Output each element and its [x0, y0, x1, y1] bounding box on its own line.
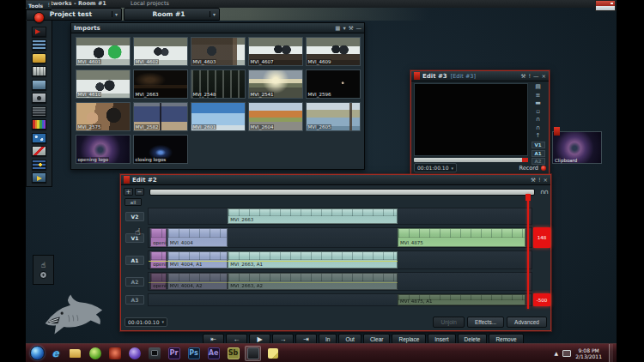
taskbar-clock[interactable]: 9:08 PM 2/13/2011 [575, 347, 605, 359]
taskbar-app-lightworks[interactable] [245, 346, 261, 361]
pin-icon[interactable]: ! [538, 177, 541, 184]
timeline-clip[interactable]: MVI_4004, A2 [167, 273, 228, 290]
taskbar-app-internet-explorer[interactable]: e [47, 346, 64, 361]
import-thumbnail[interactable]: MVI_2604 [248, 102, 303, 131]
tool-camera-icon[interactable] [32, 93, 46, 103]
import-thumbnail[interactable]: MVI_4602 [133, 37, 188, 66]
imports-header[interactable]: Imports ▦ ▾ ⚒ — [71, 23, 364, 33]
timeline-clip[interactable]: MVI_2663, A1 [228, 251, 398, 268]
timeline-all-button[interactable]: all [125, 198, 142, 206]
timeline-scrollbar[interactable] [149, 189, 535, 196]
import-thumbnail[interactable]: MVI_2575 [76, 102, 131, 131]
unjoin-button[interactable]: Unjoin [433, 317, 464, 328]
tool-layout-icon[interactable] [32, 133, 46, 143]
tab-room-1[interactable]: Room #1 ▾ [124, 8, 220, 21]
chevron-down-icon[interactable]: ▾ [162, 319, 165, 324]
timeline-clip[interactable]: opening [150, 273, 167, 290]
taskbar-app-app-red[interactable] [106, 346, 123, 361]
tool-scopes-icon[interactable] [32, 119, 46, 130]
track-label-a1[interactable]: A1 [122, 250, 148, 269]
close-icon[interactable]: × [542, 73, 546, 80]
hand-tool-box[interactable]: ☝ [33, 255, 54, 285]
track-label-a2[interactable]: A2 [122, 272, 148, 291]
folder-icon[interactable]: ▤ [535, 83, 541, 92]
taskbar-app-photoshop[interactable]: Ps [185, 346, 202, 361]
share-icon[interactable]: ↑ [536, 132, 541, 141]
import-thumbnail[interactable]: MVI_2605 [306, 102, 361, 131]
playhead-marker[interactable] [526, 194, 531, 201]
edit3-viewer[interactable] [414, 83, 528, 156]
timeline-clip[interactable]: MVI_2663 [228, 208, 398, 224]
monitor-small-icon[interactable]: ▫ [536, 108, 540, 117]
tray-up-icon[interactable]: ▲ [555, 350, 559, 356]
track-lanes[interactable]: openingMVI_4004, A1MVI_2663, A1 [148, 250, 532, 269]
minimize-icon[interactable]: — [533, 73, 539, 80]
edit3-track-a1[interactable]: A1 [532, 150, 545, 157]
tool-export-icon[interactable] [32, 172, 46, 183]
track-label-a3[interactable]: A3 [122, 293, 148, 306]
screen-recorder-widget[interactable] [595, 0, 616, 11]
chevron-down-icon[interactable]: ▾ [452, 166, 454, 171]
track-lanes[interactable]: MVI_2663 [148, 208, 532, 225]
track-lanes[interactable]: openingMVI_4004MVI_4875 [148, 227, 532, 248]
tool-archive-icon[interactable] [32, 80, 46, 90]
track-lanes[interactable]: openingMVI_4004, A2MVI_2663, A2 [148, 272, 532, 291]
edit2-timecode[interactable]: 00:01:00.10 ▾ [125, 317, 167, 327]
taskbar-app-after-effects[interactable]: Ae [205, 346, 222, 361]
settings-wrench-icon[interactable]: ⚒ [521, 73, 526, 80]
advanced-button[interactable]: Advanced [507, 317, 547, 328]
zoom-in-button[interactable]: + [124, 188, 133, 196]
view-caret-icon[interactable]: ▾ [343, 25, 345, 32]
timeline-clip[interactable]: MVI_2663, A2 [228, 273, 398, 290]
import-thumbnail[interactable]: MVI_4607 [248, 37, 303, 66]
timeline-clip[interactable]: MVI_4875 [398, 228, 526, 247]
network-icon[interactable] [562, 350, 571, 357]
recorder-stop-button[interactable] [596, 1, 615, 6]
tool-import-icon[interactable] [32, 27, 46, 37]
timeline-clip[interactable]: opening [150, 251, 167, 268]
tool-console-icon[interactable] [32, 66, 46, 76]
zoom-out-button[interactable]: − [135, 188, 144, 196]
timeline-clip[interactable]: MVI_4004 [167, 228, 228, 247]
playhead[interactable] [527, 194, 529, 309]
tool-keyboard-icon[interactable] [32, 106, 46, 117]
taskbar-app-media-player-green[interactable] [87, 346, 103, 361]
taskbar-app-media-player-purple[interactable] [126, 346, 143, 361]
edit3-header[interactable]: Edit #3 [Edit #3] ⚒ ! — × [411, 71, 549, 81]
import-thumbnail[interactable]: MVI_2601 [191, 102, 246, 131]
import-thumbnail[interactable]: MVI_4610 [76, 69, 131, 99]
import-thumbnail[interactable]: MVI_2541 [248, 69, 303, 99]
import-thumbnail[interactable]: closing logos [133, 135, 188, 164]
view-grid-icon[interactable]: ▦ [335, 25, 340, 32]
timeline-clip[interactable]: MVI_4875, A1 [398, 294, 526, 305]
monitor-icon[interactable]: ▬ [535, 100, 541, 108]
import-thumbnail[interactable]: opening logo [76, 135, 131, 164]
import-thumbnail[interactable]: MVI_2548 [191, 69, 246, 99]
show-desktop-button[interactable] [609, 344, 613, 362]
chevron-down-icon[interactable]: ▾ [210, 11, 216, 17]
tools-header[interactable]: Tools ! [27, 1, 52, 10]
glove-icon[interactable]: ☝ [41, 261, 46, 269]
edit2-header[interactable]: Edit #2 ⚒ ! × [121, 175, 550, 185]
record-button[interactable] [541, 166, 546, 171]
timeline-clip[interactable]: MVI_4004, A1 [167, 251, 228, 268]
import-thumbnail[interactable]: MVI_4603 [191, 37, 246, 66]
clipboard-tile[interactable]: Clipboard [552, 127, 602, 166]
track-lanes[interactable]: MVI_4875, A1 [148, 293, 532, 306]
track-label-v2[interactable]: V2 [122, 208, 148, 225]
taskbar-app-soundbooth[interactable]: Sb [225, 346, 241, 361]
edit3-timecode[interactable]: 00:01:00.10 ▾ [414, 163, 457, 172]
headphones-icon[interactable]: ∩∩ [540, 188, 548, 196]
taskbar-app-premiere-pro[interactable]: Pr [166, 346, 182, 361]
import-thumbnail[interactable]: MVI_4601 [76, 37, 131, 66]
pin-icon[interactable]: ! [528, 73, 531, 80]
headphones-alt-icon[interactable]: ∩ [536, 124, 540, 133]
start-button[interactable] [30, 346, 45, 360]
import-thumbnail[interactable]: MVI_4609 [306, 37, 361, 66]
tool-sequence-icon[interactable] [32, 39, 46, 50]
close-icon[interactable]: × [544, 177, 548, 184]
import-thumbnail[interactable]: MVI_2663 [133, 69, 188, 99]
list-icon[interactable]: ≡ [536, 92, 541, 100]
settings-wrench-icon[interactable]: ⚒ [349, 25, 354, 32]
effects-button[interactable]: Effects... [467, 317, 504, 328]
